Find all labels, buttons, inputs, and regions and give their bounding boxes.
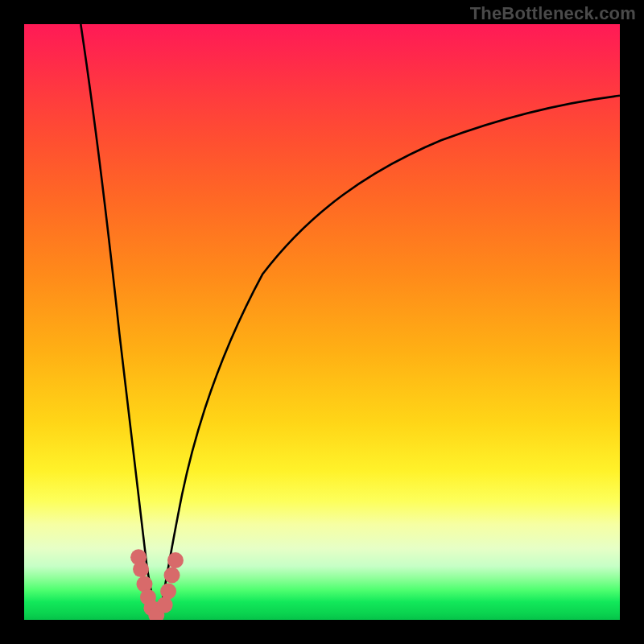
- svg-point-6: [157, 597, 173, 613]
- marker-cluster-right: [157, 552, 184, 613]
- svg-point-1: [133, 561, 149, 577]
- svg-point-8: [164, 568, 180, 584]
- svg-point-9: [167, 552, 184, 568]
- plot-area: [24, 24, 620, 620]
- svg-point-7: [160, 583, 176, 599]
- chart-frame: TheBottleneck.com: [0, 0, 644, 644]
- watermark-text: TheBottleneck.com: [470, 3, 636, 24]
- bottleneck-curve-right: [159, 96, 620, 620]
- curve-layer: [24, 24, 620, 620]
- bottleneck-curve-left: [80, 24, 159, 620]
